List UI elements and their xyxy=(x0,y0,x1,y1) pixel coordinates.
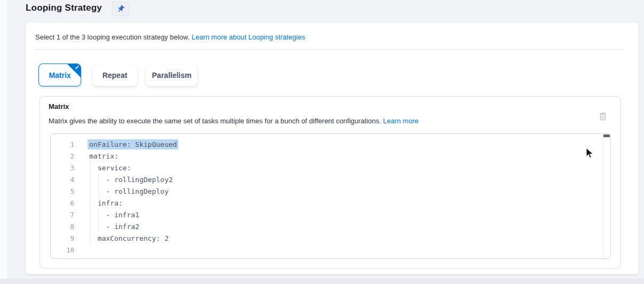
editor-scrollbar[interactable] xyxy=(603,134,610,258)
code-line: 7 - infra1 xyxy=(51,209,603,221)
code-line: 2matrix: xyxy=(51,151,603,162)
indent-guide xyxy=(90,162,90,244)
indent-guide xyxy=(98,174,99,198)
line-number: 2 xyxy=(51,151,78,162)
code-line: 1onFailure: SkipQueued xyxy=(51,139,603,151)
line-number: 1 xyxy=(51,139,78,151)
code-line: 6 infra: xyxy=(51,198,603,209)
intro-text: Select 1 of the 3 looping execution stra… xyxy=(35,33,305,41)
code-lines: 1onFailure: SkipQueued 2matrix: 3 servic… xyxy=(51,139,603,256)
line-number: 9 xyxy=(51,233,78,244)
line-number: 6 xyxy=(51,198,78,209)
scrollbar-thumb[interactable] xyxy=(603,135,610,137)
line-number: 4 xyxy=(51,174,78,186)
tab-repeat-label: Repeat xyxy=(103,71,128,80)
line-number: 8 xyxy=(51,221,78,233)
check-icon: ✓ xyxy=(75,64,80,71)
line-number: 3 xyxy=(51,162,78,174)
line-number: 7 xyxy=(51,209,78,221)
tab-parallelism-label: Parallelism xyxy=(152,71,192,80)
line-number: 10 xyxy=(51,244,78,256)
selected-text: onFailure: SkipQueued xyxy=(88,139,178,149)
divider xyxy=(35,49,621,50)
bottom-edge xyxy=(0,279,644,284)
mouse-cursor-icon xyxy=(585,147,594,159)
tab-repeat[interactable]: Repeat xyxy=(92,65,137,86)
intro-sentence: Select 1 of the 3 looping execution stra… xyxy=(35,33,190,41)
card-description-text: Matrix gives the ability to execute the … xyxy=(49,117,381,125)
card-description: Matrix gives the ability to execute the … xyxy=(49,117,419,125)
looping-strategy-screen: Looping Strategy Select 1 of the 3 loopi… xyxy=(0,0,644,284)
code-line: 9 maxConcurrency: 2 xyxy=(51,233,603,244)
code-line: 8 - infra2 xyxy=(51,221,603,233)
pin-icon xyxy=(116,5,125,13)
learn-more-link[interactable]: Learn more xyxy=(383,117,418,125)
code-line: 4 - rollingDeploy2 xyxy=(51,174,603,186)
tab-matrix-label: Matrix xyxy=(49,71,70,80)
page-title: Looping Strategy xyxy=(26,3,102,13)
code-line: 10 xyxy=(51,244,603,256)
pin-button[interactable] xyxy=(112,2,129,16)
tab-parallelism[interactable]: Parallelism xyxy=(146,65,198,86)
code-line: 5 - rollingDeploy xyxy=(51,186,603,198)
left-gutter xyxy=(0,0,7,284)
delete-strategy-button[interactable] xyxy=(596,109,609,123)
yaml-editor[interactable]: 1onFailure: SkipQueued 2matrix: 3 servic… xyxy=(50,133,611,259)
card-heading: Matrix xyxy=(49,102,69,111)
indent-guide xyxy=(98,209,99,233)
trash-icon xyxy=(599,112,607,121)
code-line: 3 service: xyxy=(51,162,603,174)
looping-strategies-link[interactable]: Learn more about Looping strategies xyxy=(192,33,305,41)
looping-strategy-panel: Select 1 of the 3 looping execution stra… xyxy=(26,22,639,274)
matrix-card: Matrix Matrix gives the ability to execu… xyxy=(40,96,621,269)
line-number: 5 xyxy=(51,186,78,198)
tab-matrix[interactable]: Matrix ✓ xyxy=(38,64,81,86)
